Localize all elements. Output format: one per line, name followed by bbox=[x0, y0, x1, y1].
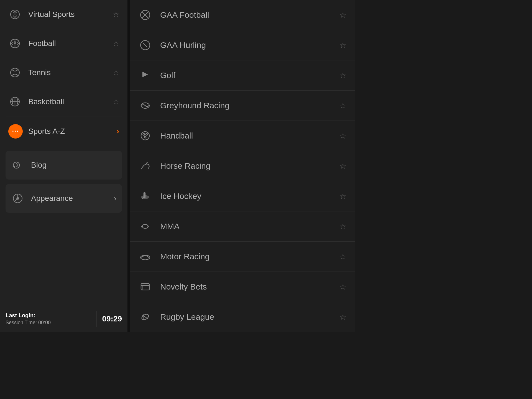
svg-point-16 bbox=[16, 197, 19, 200]
svg-line-14 bbox=[14, 166, 15, 167]
horse-racing-star[interactable]: ☆ bbox=[339, 162, 346, 171]
sidebar-item-sports-az[interactable]: ··· Sports A-Z › bbox=[6, 116, 122, 146]
session-time: Session Time: 00:00 bbox=[6, 320, 85, 326]
blog-icon bbox=[11, 158, 24, 172]
gaa-hurling-star[interactable]: ☆ bbox=[339, 41, 346, 50]
gaa-football-label: GAA Football bbox=[160, 10, 339, 20]
svg-point-27 bbox=[144, 136, 146, 138]
football-star[interactable]: ☆ bbox=[113, 39, 119, 48]
svg-rect-29 bbox=[144, 193, 145, 198]
sports-az-label: Sports A-Z bbox=[28, 127, 117, 136]
sport-row-rugby-league[interactable]: Rugby League ☆ bbox=[130, 302, 355, 332]
virtual-sports-icon bbox=[8, 8, 22, 21]
rugby-league-icon bbox=[138, 310, 152, 324]
sport-row-ice-hockey[interactable]: Ice Hockey ☆ bbox=[130, 181, 355, 211]
sidebar-item-tennis[interactable]: Tennis ☆ bbox=[6, 58, 122, 87]
svg-rect-30 bbox=[142, 224, 148, 228]
sport-row-greyhound-racing[interactable]: Greyhound Racing ☆ bbox=[130, 91, 355, 121]
tennis-label: Tennis bbox=[28, 68, 113, 77]
sport-row-handball[interactable]: Handball ☆ bbox=[130, 121, 355, 151]
basketball-icon bbox=[8, 95, 22, 108]
sidebar-item-football[interactable]: Football ☆ bbox=[6, 29, 122, 58]
horse-racing-icon bbox=[138, 159, 152, 173]
sport-row-mma[interactable]: MMA ☆ bbox=[130, 211, 355, 242]
rugby-league-star[interactable]: ☆ bbox=[339, 313, 346, 322]
sports-az-panel: GAA Football ☆ GAA Hurling ☆ Golf ☆ Grey… bbox=[130, 0, 355, 332]
horse-racing-label: Horse Racing bbox=[160, 161, 339, 171]
rugby-league-label: Rugby League bbox=[160, 312, 339, 322]
sport-row-horse-racing[interactable]: Horse Racing ☆ bbox=[130, 151, 355, 181]
sidebar-item-virtual-sports[interactable]: Virtual Sports ☆ bbox=[6, 0, 122, 29]
greyhound-racing-label: Greyhound Racing bbox=[160, 101, 339, 110]
last-login-clock: 09:29 bbox=[102, 314, 122, 323]
handball-star[interactable]: ☆ bbox=[339, 131, 346, 140]
golf-star[interactable]: ☆ bbox=[339, 71, 346, 80]
handball-icon bbox=[138, 129, 152, 143]
sport-row-gaa-football[interactable]: GAA Football ☆ bbox=[130, 0, 355, 30]
svg-point-26 bbox=[146, 134, 148, 135]
virtual-sports-star[interactable]: ☆ bbox=[113, 10, 119, 19]
tennis-star[interactable]: ☆ bbox=[113, 68, 119, 77]
sports-az-icon: ··· bbox=[8, 124, 23, 139]
basketball-label: Basketball bbox=[28, 97, 113, 106]
last-login-divider bbox=[96, 311, 96, 327]
greyhound-racing-icon bbox=[138, 98, 152, 113]
handball-label: Handball bbox=[160, 131, 339, 140]
gaa-football-icon bbox=[138, 8, 152, 22]
football-icon bbox=[8, 37, 22, 50]
svg-rect-32 bbox=[141, 283, 149, 290]
motor-racing-icon bbox=[138, 249, 152, 264]
appearance-icon bbox=[11, 192, 24, 205]
svg-point-24 bbox=[141, 132, 149, 140]
sidebar-card-blog[interactable]: Blog bbox=[6, 151, 122, 180]
appearance-label: Appearance bbox=[31, 194, 114, 203]
left-sidebar: Virtual Sports ☆ Football ☆ Tennis ☆ Bas… bbox=[0, 0, 127, 332]
mma-star[interactable]: ☆ bbox=[339, 222, 346, 231]
svg-line-36 bbox=[142, 315, 148, 319]
last-login-title: Last Login: bbox=[6, 312, 85, 319]
gaa-football-star[interactable]: ☆ bbox=[339, 11, 346, 20]
ice-hockey-star[interactable]: ☆ bbox=[339, 192, 346, 201]
ice-hockey-label: Ice Hockey bbox=[160, 191, 339, 201]
novelty-bets-icon bbox=[138, 280, 152, 294]
sport-row-motor-racing[interactable]: Motor Racing ☆ bbox=[130, 242, 355, 272]
mma-label: MMA bbox=[160, 222, 339, 231]
last-login-bar: Last Login: Session Time: 00:00 09:29 bbox=[6, 306, 122, 327]
sidebar-card-appearance[interactable]: Appearance › bbox=[6, 184, 122, 213]
gaa-hurling-label: GAA Hurling bbox=[160, 40, 339, 50]
football-label: Football bbox=[28, 39, 113, 48]
sidebar-item-basketball[interactable]: Basketball ☆ bbox=[6, 87, 122, 116]
motor-racing-label: Motor Racing bbox=[160, 252, 339, 261]
greyhound-racing-star[interactable]: ☆ bbox=[339, 101, 346, 110]
sport-row-novelty-bets[interactable]: Novelty Bets ☆ bbox=[130, 272, 355, 302]
panel-divider bbox=[127, 0, 130, 332]
tennis-icon bbox=[8, 66, 22, 79]
motor-racing-star[interactable]: ☆ bbox=[339, 252, 346, 261]
sports-az-arrow: › bbox=[117, 127, 119, 136]
mma-icon bbox=[138, 219, 152, 234]
virtual-sports-label: Virtual Sports bbox=[28, 10, 113, 19]
appearance-arrow: › bbox=[114, 194, 116, 203]
svg-point-25 bbox=[143, 134, 145, 135]
ice-hockey-icon bbox=[138, 189, 152, 203]
golf-icon bbox=[138, 68, 152, 83]
svg-marker-2 bbox=[14, 41, 16, 44]
blog-label: Blog bbox=[31, 161, 116, 170]
golf-label: Golf bbox=[160, 71, 339, 80]
novelty-bets-star[interactable]: ☆ bbox=[339, 282, 346, 291]
sport-row-golf[interactable]: Golf ☆ bbox=[130, 60, 355, 91]
svg-line-21 bbox=[143, 43, 147, 47]
gaa-hurling-icon bbox=[138, 38, 152, 52]
novelty-bets-label: Novelty Bets bbox=[160, 282, 339, 291]
basketball-star[interactable]: ☆ bbox=[113, 98, 119, 106]
svg-marker-22 bbox=[142, 72, 148, 77]
sport-row-gaa-hurling[interactable]: GAA Hurling ☆ bbox=[130, 30, 355, 60]
